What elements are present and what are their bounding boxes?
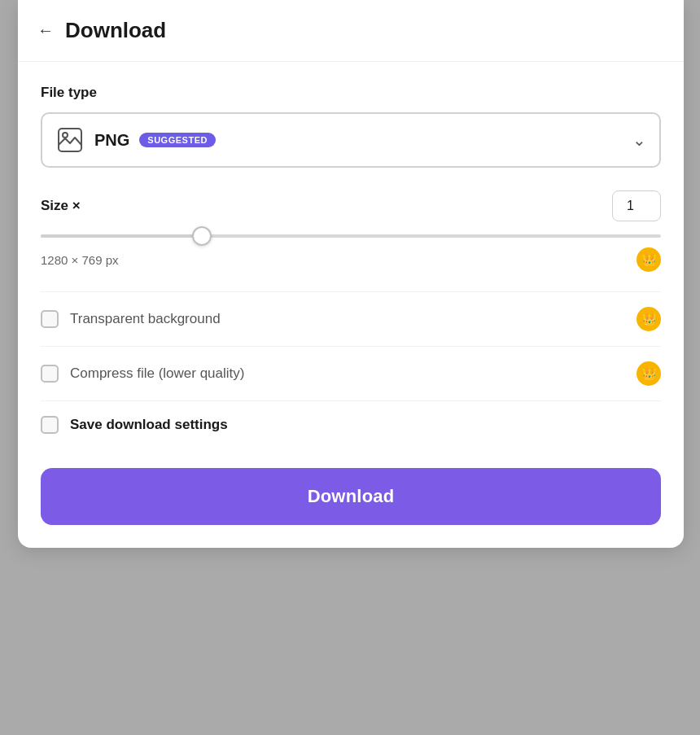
file-type-dropdown[interactable]: PNG SUGGESTED ⌄ [41,112,661,168]
premium-crown-icon-compress: 👑 [637,361,661,386]
back-arrow-icon: ← [37,21,54,40]
premium-crown-icon-transparent: 👑 [637,307,661,331]
file-type-label: File type [41,85,661,101]
download-button[interactable]: Download [41,468,661,525]
premium-crown-icon-size: 👑 [637,247,661,272]
dimensions-text: 1280 × 769 px [41,253,119,267]
save-settings-label: Save download settings [70,417,661,433]
compress-file-label: Compress file (lower quality) [70,365,637,382]
image-file-icon [55,125,85,155]
crown-symbol-1: 👑 [642,313,656,326]
suggested-badge: SUGGESTED [139,133,216,147]
svg-point-1 [63,133,68,138]
size-input[interactable] [612,190,661,221]
download-panel: ← Download File type PNG SUGGESTED ⌄ Siz… [18,0,684,548]
back-button[interactable]: ← [34,18,60,43]
slider-fill [41,234,202,238]
transparent-bg-label: Transparent background [70,311,637,327]
dimensions-row: 1280 × 769 px 👑 [41,247,661,272]
slider-thumb[interactable] [192,226,212,246]
compress-file-checkbox[interactable] [41,365,59,383]
chevron-down-icon: ⌄ [632,130,646,150]
size-header: Size × [41,190,661,221]
compress-file-row: Compress file (lower quality) 👑 [41,346,661,400]
save-settings-row: Save download settings [41,400,661,448]
file-type-name: PNG [94,131,129,150]
crown-symbol-2: 👑 [642,367,656,380]
transparent-bg-checkbox[interactable] [41,310,59,328]
panel-header: ← Download [18,0,684,62]
panel-body: File type PNG SUGGESTED ⌄ Size × [18,62,684,548]
size-label: Size × [41,198,81,214]
size-section: Size × 1280 × 769 px 👑 [41,190,661,272]
save-settings-checkbox[interactable] [41,416,59,434]
crown-symbol: 👑 [642,253,656,266]
panel-title: Download [65,18,166,43]
slider-container[interactable] [41,234,661,238]
transparent-bg-row: Transparent background 👑 [41,291,661,346]
slider-track [41,234,661,238]
